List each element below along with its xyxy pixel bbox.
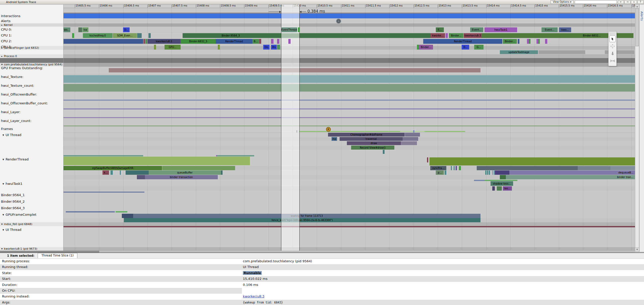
trace-slice[interactable]: RenderThread xyxy=(423,39,502,44)
palette-drag-handle[interactable] xyxy=(609,32,616,35)
track-label-hwui-offscreenbuffer-[interactable]: hwui_OffscreenBuffer: xyxy=(1,93,37,96)
trace-slice[interactable] xyxy=(66,211,115,212)
trace-slice[interactable]: Event... xyxy=(470,27,483,32)
trace-slice[interactable]: binder transaction xyxy=(145,175,218,179)
collapse-arrow-icon[interactable]: ▼ xyxy=(3,214,4,216)
trace-slice[interactable]: hwuiTask1 xyxy=(485,27,517,32)
trace-slice[interactable]: Dis xyxy=(271,45,277,50)
track-label-hwui-texture-count-[interactable]: hwui_Texture_count: xyxy=(1,84,34,88)
trace-slice[interactable] xyxy=(277,45,280,50)
collapse-arrow-icon[interactable]: ▼ xyxy=(1,223,3,225)
vertical-scrollbar[interactable]: ▲ ▼ xyxy=(635,4,639,252)
trace-slice[interactable]: waiting for frame 113713 xyxy=(133,214,480,218)
counter-hwui-layer[interactable] xyxy=(63,117,635,118)
track-label-renderthread[interactable]: ▼RenderThread xyxy=(3,157,29,161)
scroll-up-icon[interactable]: ▲ xyxy=(635,5,639,9)
trace-slice[interactable] xyxy=(492,186,495,191)
collapse-arrow-icon[interactable]: ▼ xyxy=(3,183,4,185)
trace-slice[interactable] xyxy=(63,157,250,165)
search-input[interactable] xyxy=(575,0,617,4)
trace-slice[interactable]: dequeueB... xyxy=(509,170,635,175)
trace-slice[interactable] xyxy=(413,130,414,133)
track-label-hwuitask1[interactable]: ▼hwuiTask1 xyxy=(3,182,22,186)
trace-slice[interactable]: traversal xyxy=(340,137,403,141)
trace-slice[interactable] xyxy=(299,131,400,132)
trace-slice[interactable]: B... xyxy=(252,39,259,44)
process-header-mdss-fb0-pid-6848-[interactable]: ▼mdss_fb0 (pid 6848) xyxy=(1,222,32,226)
trace-slice[interactable]: wo... xyxy=(63,27,70,32)
trace-slice[interactable] xyxy=(500,175,506,179)
counter-hwui-offscreenbuffer-count[interactable] xyxy=(63,108,635,109)
trace-slice[interactable] xyxy=(259,39,261,44)
track-label-binder-9564-1[interactable]: Binder:9564_1 xyxy=(1,193,25,197)
trace-slice[interactable] xyxy=(137,175,145,179)
trace-slice[interactable]: Record View#draw() xyxy=(351,146,394,150)
selection-line-right[interactable] xyxy=(299,4,300,252)
trace-slice[interactable] xyxy=(148,33,151,38)
counter-hwui-offscreenbuffer[interactable] xyxy=(63,100,635,101)
trace-slice[interactable] xyxy=(529,39,530,44)
trace-slice[interactable] xyxy=(218,45,220,50)
trace-slice[interactable] xyxy=(445,170,446,175)
trace-slice[interactable]: Choreographer#doFrame xyxy=(328,133,405,137)
trace-slice[interactable] xyxy=(217,155,254,156)
trace-slice[interactable]: p... xyxy=(436,170,444,175)
trace-slice[interactable] xyxy=(446,33,448,38)
trace-slice[interactable]: D... xyxy=(123,27,130,32)
view-options-button[interactable]: View Options ▾ xyxy=(551,0,574,4)
trace-slice[interactable] xyxy=(383,150,385,154)
help-button[interactable]: ? xyxy=(637,0,643,4)
trace-slice[interactable] xyxy=(485,170,487,175)
track-label-cpu-0-[interactable]: CPU 0: xyxy=(1,28,12,31)
track-label-gpuframecomplet[interactable]: ▼GPUFrameComplet xyxy=(3,213,36,216)
trace-slice[interactable] xyxy=(492,170,493,175)
trace-slice[interactable] xyxy=(539,50,585,54)
trace-slice[interactable]: D... xyxy=(462,45,469,50)
collapse-arrow-icon[interactable]: ▼ xyxy=(1,248,3,250)
nav-forward-button[interactable]: → xyxy=(624,0,630,4)
trace-slice[interactable]: Binder... xyxy=(449,33,463,38)
trace-slice[interactable]: E... xyxy=(436,27,444,32)
trace-slice[interactable] xyxy=(417,45,419,50)
track-label-binder-9564-3[interactable]: Binder:9564_3 xyxy=(1,206,25,210)
trace-slice[interactable] xyxy=(610,166,635,170)
trace-slice[interactable]: Binder:6832_5 xyxy=(181,39,216,44)
track-label-cpu-3-[interactable]: CPU 3: xyxy=(1,45,12,49)
trace-slice[interactable] xyxy=(456,166,457,170)
track-label-frames[interactable]: Frames xyxy=(1,127,13,131)
horizontal-scrollbar[interactable] xyxy=(0,251,635,252)
trace-slice[interactable] xyxy=(400,131,424,132)
trace-slice[interactable]: GPU... xyxy=(165,45,181,50)
trace-slice[interactable] xyxy=(162,166,235,170)
trace-slice[interactable]: Binder:9564_3 xyxy=(183,33,279,38)
track-label-ui-thread[interactable]: ▼UI Thread xyxy=(3,228,21,232)
track-label-hwui-texture-[interactable]: hwui_Texture: xyxy=(1,75,23,79)
trace-slice[interactable] xyxy=(221,170,223,175)
horizontal-scroll-thumb[interactable] xyxy=(0,251,99,252)
trace-slice[interactable]: Event... xyxy=(542,27,558,32)
process-header-kernel[interactable]: ►Kernel xyxy=(1,23,13,27)
tab-thread-time-slice[interactable]: Thread Time Slice (1) xyxy=(38,253,77,258)
trace-slice[interactable] xyxy=(137,33,142,38)
track-label-alerts[interactable]: Alerts xyxy=(1,19,11,23)
trace-slice[interactable]: inp xyxy=(332,137,337,141)
trace-slice[interactable] xyxy=(454,166,455,170)
track-label-hwui-layer-count-[interactable]: hwui_Layer_count: xyxy=(1,119,31,123)
trace-slice[interactable] xyxy=(154,45,156,50)
trace-slice[interactable] xyxy=(120,170,121,175)
process-header-kworker-u8-1-pid-9673-[interactable]: ▼kworker/u8:1 (pid 9673) xyxy=(1,247,37,251)
trace-slice[interactable]: kworke... xyxy=(431,33,445,38)
trace-slice[interactable] xyxy=(279,33,431,38)
trace-slice[interactable] xyxy=(145,39,147,44)
detail-value[interactable]: kworker/u8:3 xyxy=(243,294,264,298)
trace-slice[interactable]: Dis xyxy=(263,45,270,50)
trace-slice[interactable]: queueBuffer xyxy=(149,170,221,175)
trace-slice[interactable] xyxy=(63,155,143,156)
trace-slice[interactable]: shadow tess... xyxy=(491,181,513,186)
trace-slice[interactable] xyxy=(72,33,74,38)
track-label-gpu-frames-outstanding-[interactable]: GPU Frames Outstanding: xyxy=(1,66,43,70)
trace-slice[interactable]: tes... xyxy=(503,186,512,191)
trace-slice[interactable]: kschedfreq:0 xyxy=(83,33,113,38)
trace-slice[interactable] xyxy=(489,170,490,175)
trace-slice[interactable] xyxy=(143,39,145,44)
